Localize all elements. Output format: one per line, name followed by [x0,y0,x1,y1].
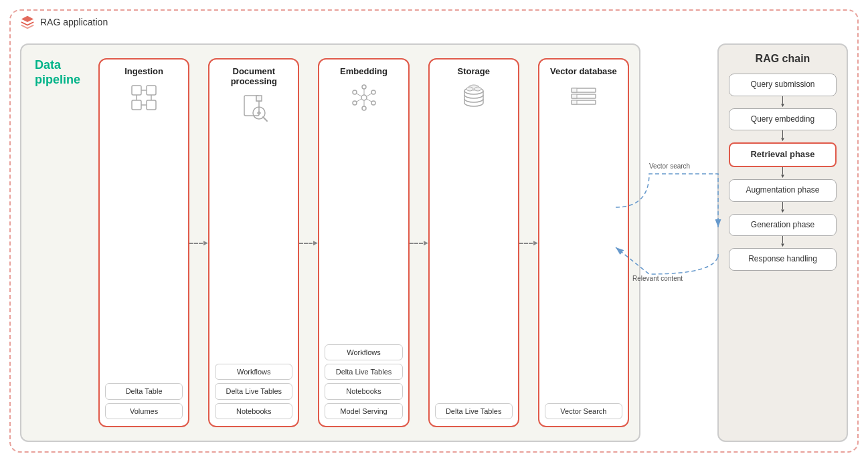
storage-items: Delta Live Tables [435,403,513,419]
chain-response-handling: Response handling [729,248,837,271]
stage-ingestion-title: Ingestion [124,66,163,76]
svg-rect-3 [147,100,156,110]
svg-line-11 [263,117,267,121]
doc-item-1: Workflows [215,364,292,380]
svg-line-24 [367,94,371,96]
stage-vector-db-title: Vector database [550,66,617,76]
embedding-items: Workflows Delta Live Tables Notebooks Mo… [325,344,402,419]
svg-rect-32 [572,88,577,92]
vector-db-items: Vector Search [545,403,622,419]
svg-rect-9 [256,96,262,101]
ingestion-item-2: Volumes [105,403,183,419]
svg-point-16 [362,106,366,110]
doc-item-2: Delta Live Tables [215,383,292,399]
app-label: RAG application [20,15,108,29]
stage-doc-title: Document processing [215,66,292,86]
doc-item-3: Notebooks [215,403,292,419]
svg-point-18 [371,90,375,94]
chain-query-embedding: Query embedding [729,108,837,131]
data-pipeline-label: Datapipeline [35,58,80,87]
storage-icon [458,82,490,114]
stage-storage-title: Storage [458,66,490,76]
stack-icon [20,15,35,29]
chain-query-submission: Query submission [729,74,837,96]
ingestion-icon [128,82,160,114]
svg-rect-34 [572,94,577,98]
svg-rect-2 [132,100,141,110]
embed-item-1: Workflows [325,344,402,360]
stage-embedding-title: Embedding [340,66,387,76]
embedding-icon [348,82,380,114]
embed-item-4: Model Serving [325,403,402,419]
embed-item-2: Delta Live Tables [325,364,402,380]
svg-rect-0 [132,86,141,95]
svg-point-15 [362,85,366,89]
data-pipeline-box: Datapipeline Ingestion Delta Table Volum… [20,43,640,442]
chain-generation-phase: Generation phase [729,214,837,237]
svg-line-23 [357,94,361,96]
stage-embedding: Embedding Workflows Delta Live Tables [318,58,409,427]
chain-stages: Query submission Query embedding Retriev… [719,70,847,274]
vector-db-icon [568,82,600,114]
stage-doc-processing: Document processing Workflows Delta Live… [208,58,299,427]
svg-point-19 [353,101,357,105]
vector-db-item-1: Vector Search [545,403,622,419]
svg-rect-36 [572,100,577,104]
app-title: RAG application [40,17,108,27]
svg-point-17 [353,90,357,94]
stage-vector-db: Vector database Vector Search [538,58,629,427]
stage-ingestion: Ingestion Delta Table Volumes [98,58,189,427]
embed-item-3: Notebooks [325,383,402,399]
chain-augmentation-phase: Augmentation phase [729,179,837,202]
svg-point-20 [371,101,375,105]
doc-processing-icon [238,92,270,124]
ingestion-items: Delta Table Volumes [105,383,183,419]
svg-point-30 [474,87,481,91]
pipeline-stages: Ingestion Delta Table Volumes Document p… [98,55,629,431]
storage-item-1: Delta Live Tables [435,403,513,419]
rag-chain-box: RAG chain Query submission Query embeddi… [717,43,848,442]
doc-processing-items: Workflows Delta Live Tables Notebooks [215,364,292,419]
stage-storage: Storage Delta Live Tables [428,58,519,427]
rag-chain-title: RAG chain [719,45,847,70]
svg-rect-1 [147,86,156,95]
svg-line-25 [357,99,361,102]
svg-point-14 [361,95,367,100]
ingestion-item-1: Delta Table [105,383,183,399]
svg-line-26 [367,99,371,102]
chain-retrieval-phase: Retrieval phase [729,142,837,167]
svg-point-29 [466,87,473,91]
